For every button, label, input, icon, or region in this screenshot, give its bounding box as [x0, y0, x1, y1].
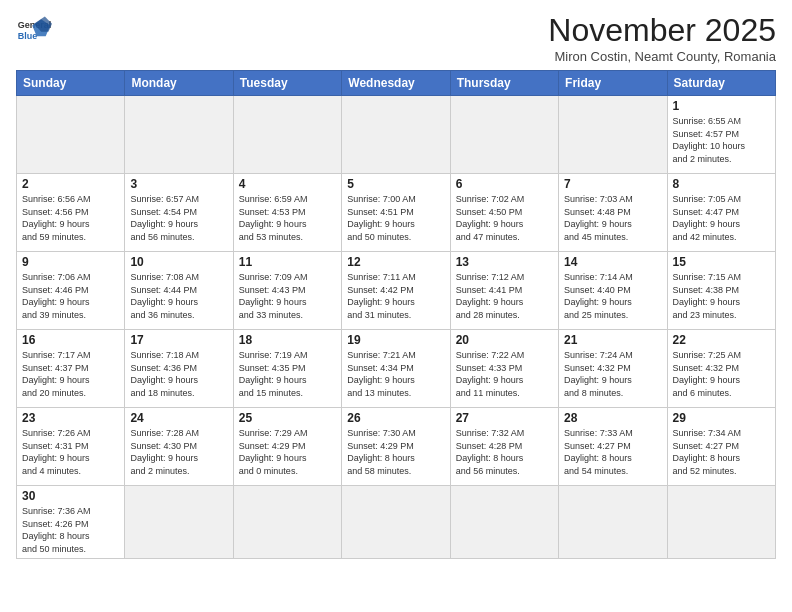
weekday-header-friday: Friday: [559, 71, 667, 96]
day-cell-5: 5Sunrise: 7:00 AM Sunset: 4:51 PM Daylig…: [342, 174, 450, 252]
day-info: Sunrise: 6:59 AM Sunset: 4:53 PM Dayligh…: [239, 193, 336, 243]
day-cell-29: 29Sunrise: 7:34 AM Sunset: 4:27 PM Dayli…: [667, 408, 775, 486]
day-cell-18: 18Sunrise: 7:19 AM Sunset: 4:35 PM Dayli…: [233, 330, 341, 408]
day-info: Sunrise: 7:05 AM Sunset: 4:47 PM Dayligh…: [673, 193, 770, 243]
day-number: 24: [130, 411, 227, 425]
day-cell-22: 22Sunrise: 7:25 AM Sunset: 4:32 PM Dayli…: [667, 330, 775, 408]
day-cell-20: 20Sunrise: 7:22 AM Sunset: 4:33 PM Dayli…: [450, 330, 558, 408]
day-cell-17: 17Sunrise: 7:18 AM Sunset: 4:36 PM Dayli…: [125, 330, 233, 408]
day-info: Sunrise: 7:18 AM Sunset: 4:36 PM Dayligh…: [130, 349, 227, 399]
day-info: Sunrise: 7:03 AM Sunset: 4:48 PM Dayligh…: [564, 193, 661, 243]
day-info: Sunrise: 7:36 AM Sunset: 4:26 PM Dayligh…: [22, 505, 119, 555]
calendar-row-6: 30Sunrise: 7:36 AM Sunset: 4:26 PM Dayli…: [17, 486, 776, 559]
day-cell-4: 4Sunrise: 6:59 AM Sunset: 4:53 PM Daylig…: [233, 174, 341, 252]
day-cell-2: 2Sunrise: 6:56 AM Sunset: 4:56 PM Daylig…: [17, 174, 125, 252]
day-info: Sunrise: 7:06 AM Sunset: 4:46 PM Dayligh…: [22, 271, 119, 321]
day-cell-24: 24Sunrise: 7:28 AM Sunset: 4:30 PM Dayli…: [125, 408, 233, 486]
day-cell-11: 11Sunrise: 7:09 AM Sunset: 4:43 PM Dayli…: [233, 252, 341, 330]
day-number: 28: [564, 411, 661, 425]
day-number: 30: [22, 489, 119, 503]
day-cell-27: 27Sunrise: 7:32 AM Sunset: 4:28 PM Dayli…: [450, 408, 558, 486]
day-number: 5: [347, 177, 444, 191]
day-number: 8: [673, 177, 770, 191]
day-cell-16: 16Sunrise: 7:17 AM Sunset: 4:37 PM Dayli…: [17, 330, 125, 408]
weekday-header-thursday: Thursday: [450, 71, 558, 96]
day-number: 11: [239, 255, 336, 269]
empty-cell: [17, 96, 125, 174]
day-number: 15: [673, 255, 770, 269]
weekday-header-saturday: Saturday: [667, 71, 775, 96]
day-cell-28: 28Sunrise: 7:33 AM Sunset: 4:27 PM Dayli…: [559, 408, 667, 486]
day-info: Sunrise: 7:25 AM Sunset: 4:32 PM Dayligh…: [673, 349, 770, 399]
empty-cell: [450, 486, 558, 559]
day-number: 7: [564, 177, 661, 191]
day-info: Sunrise: 7:34 AM Sunset: 4:27 PM Dayligh…: [673, 427, 770, 477]
empty-cell: [450, 96, 558, 174]
day-number: 12: [347, 255, 444, 269]
day-cell-8: 8Sunrise: 7:05 AM Sunset: 4:47 PM Daylig…: [667, 174, 775, 252]
title-block: November 2025 Miron Costin, Neamt County…: [548, 12, 776, 64]
day-cell-23: 23Sunrise: 7:26 AM Sunset: 4:31 PM Dayli…: [17, 408, 125, 486]
day-number: 1: [673, 99, 770, 113]
day-cell-30: 30Sunrise: 7:36 AM Sunset: 4:26 PM Dayli…: [17, 486, 125, 559]
day-number: 27: [456, 411, 553, 425]
day-info: Sunrise: 7:19 AM Sunset: 4:35 PM Dayligh…: [239, 349, 336, 399]
empty-cell: [559, 486, 667, 559]
day-cell-14: 14Sunrise: 7:14 AM Sunset: 4:40 PM Dayli…: [559, 252, 667, 330]
day-cell-19: 19Sunrise: 7:21 AM Sunset: 4:34 PM Dayli…: [342, 330, 450, 408]
day-info: Sunrise: 7:11 AM Sunset: 4:42 PM Dayligh…: [347, 271, 444, 321]
day-number: 17: [130, 333, 227, 347]
day-info: Sunrise: 7:28 AM Sunset: 4:30 PM Dayligh…: [130, 427, 227, 477]
day-info: Sunrise: 7:30 AM Sunset: 4:29 PM Dayligh…: [347, 427, 444, 477]
page: General Blue November 2025 Miron Costin,…: [0, 0, 792, 569]
day-number: 26: [347, 411, 444, 425]
calendar-row-2: 2Sunrise: 6:56 AM Sunset: 4:56 PM Daylig…: [17, 174, 776, 252]
day-info: Sunrise: 7:08 AM Sunset: 4:44 PM Dayligh…: [130, 271, 227, 321]
day-cell-7: 7Sunrise: 7:03 AM Sunset: 4:48 PM Daylig…: [559, 174, 667, 252]
empty-cell: [667, 486, 775, 559]
day-info: Sunrise: 7:14 AM Sunset: 4:40 PM Dayligh…: [564, 271, 661, 321]
day-info: Sunrise: 7:00 AM Sunset: 4:51 PM Dayligh…: [347, 193, 444, 243]
day-number: 22: [673, 333, 770, 347]
day-info: Sunrise: 7:09 AM Sunset: 4:43 PM Dayligh…: [239, 271, 336, 321]
day-info: Sunrise: 7:22 AM Sunset: 4:33 PM Dayligh…: [456, 349, 553, 399]
day-number: 13: [456, 255, 553, 269]
empty-cell: [559, 96, 667, 174]
calendar-row-3: 9Sunrise: 7:06 AM Sunset: 4:46 PM Daylig…: [17, 252, 776, 330]
day-cell-13: 13Sunrise: 7:12 AM Sunset: 4:41 PM Dayli…: [450, 252, 558, 330]
day-number: 3: [130, 177, 227, 191]
day-number: 29: [673, 411, 770, 425]
day-info: Sunrise: 7:21 AM Sunset: 4:34 PM Dayligh…: [347, 349, 444, 399]
calendar: SundayMondayTuesdayWednesdayThursdayFrid…: [16, 70, 776, 559]
month-title: November 2025: [548, 12, 776, 49]
subtitle: Miron Costin, Neamt County, Romania: [548, 49, 776, 64]
day-info: Sunrise: 7:29 AM Sunset: 4:29 PM Dayligh…: [239, 427, 336, 477]
empty-cell: [125, 486, 233, 559]
empty-cell: [342, 486, 450, 559]
day-info: Sunrise: 7:26 AM Sunset: 4:31 PM Dayligh…: [22, 427, 119, 477]
header: General Blue November 2025 Miron Costin,…: [16, 12, 776, 64]
day-info: Sunrise: 7:17 AM Sunset: 4:37 PM Dayligh…: [22, 349, 119, 399]
weekday-header-tuesday: Tuesday: [233, 71, 341, 96]
empty-cell: [125, 96, 233, 174]
empty-cell: [233, 486, 341, 559]
calendar-row-5: 23Sunrise: 7:26 AM Sunset: 4:31 PM Dayli…: [17, 408, 776, 486]
day-number: 21: [564, 333, 661, 347]
empty-cell: [233, 96, 341, 174]
day-number: 23: [22, 411, 119, 425]
day-cell-26: 26Sunrise: 7:30 AM Sunset: 4:29 PM Dayli…: [342, 408, 450, 486]
day-number: 10: [130, 255, 227, 269]
day-cell-21: 21Sunrise: 7:24 AM Sunset: 4:32 PM Dayli…: [559, 330, 667, 408]
day-cell-15: 15Sunrise: 7:15 AM Sunset: 4:38 PM Dayli…: [667, 252, 775, 330]
day-info: Sunrise: 6:55 AM Sunset: 4:57 PM Dayligh…: [673, 115, 770, 165]
day-cell-9: 9Sunrise: 7:06 AM Sunset: 4:46 PM Daylig…: [17, 252, 125, 330]
day-info: Sunrise: 6:57 AM Sunset: 4:54 PM Dayligh…: [130, 193, 227, 243]
day-cell-10: 10Sunrise: 7:08 AM Sunset: 4:44 PM Dayli…: [125, 252, 233, 330]
day-cell-25: 25Sunrise: 7:29 AM Sunset: 4:29 PM Dayli…: [233, 408, 341, 486]
day-number: 19: [347, 333, 444, 347]
day-number: 2: [22, 177, 119, 191]
weekday-header-monday: Monday: [125, 71, 233, 96]
day-info: Sunrise: 7:15 AM Sunset: 4:38 PM Dayligh…: [673, 271, 770, 321]
logo: General Blue: [16, 12, 52, 48]
day-cell-1: 1Sunrise: 6:55 AM Sunset: 4:57 PM Daylig…: [667, 96, 775, 174]
